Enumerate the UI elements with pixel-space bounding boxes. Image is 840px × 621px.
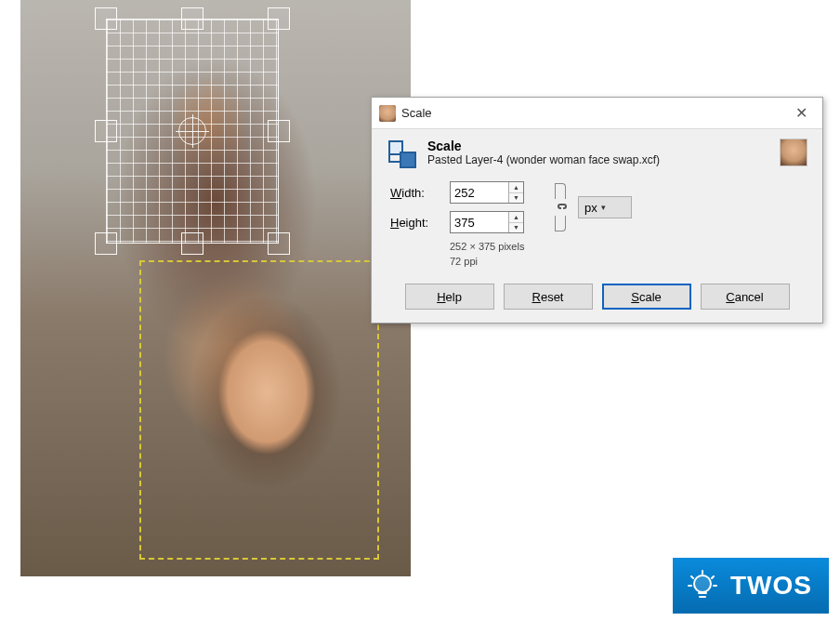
dialog-header-subtitle: Pasted Layer-4 (wonder woman face swap.x… [427, 153, 770, 166]
unit-dropdown[interactable]: px ▾ [578, 196, 632, 218]
height-input-wrapper: ▲ ▼ [450, 211, 524, 233]
handle-bottom-right[interactable] [268, 232, 290, 255]
handle-bottom-middle[interactable] [181, 232, 203, 255]
close-icon: ✕ [795, 104, 807, 122]
handle-bottom-left[interactable] [95, 232, 117, 255]
watermark-badge: TWOS [673, 558, 829, 614]
layer-boundary-dashed[interactable] [139, 260, 379, 560]
dialog-title: Scale [401, 106, 780, 120]
width-label: Width: [390, 186, 444, 200]
scale-dialog: Scale ✕ Scale Pasted Layer-4 (wonder wom… [371, 97, 823, 324]
pixel-dimensions-text: 252 × 375 pixels [450, 241, 643, 252]
layer-thumbnail [780, 139, 807, 166]
svg-point-0 [694, 575, 711, 592]
unit-dropdown-label: px [584, 201, 597, 215]
ppi-text: 72 ppi [450, 256, 643, 267]
handle-top-left[interactable] [95, 7, 117, 30]
handle-top-middle[interactable] [181, 7, 203, 30]
watermark-text: TWOS [730, 571, 812, 601]
scale-button[interactable]: Scale [602, 284, 691, 310]
image-canvas[interactable] [20, 0, 411, 576]
scale-transform-overlay[interactable] [106, 19, 279, 244]
width-input-wrapper: ▲ ▼ [450, 181, 524, 204]
width-increment-button[interactable]: ▲ [509, 182, 523, 193]
width-spinner-buttons: ▲ ▼ [508, 182, 523, 203]
dialog-header-title: Scale [427, 139, 770, 153]
height-decrement-button[interactable]: ▼ [509, 223, 523, 233]
aspect-lock-toggle[interactable] [552, 181, 572, 233]
dialog-body: Scale Pasted Layer-4 (wonder woman face … [372, 129, 822, 323]
height-increment-button[interactable]: ▲ [509, 212, 523, 223]
titlebar-app-icon [379, 105, 396, 122]
lightbulb-icon [684, 567, 721, 604]
dialog-header-texts: Scale Pasted Layer-4 (wonder woman face … [427, 139, 770, 166]
close-button[interactable]: ✕ [780, 98, 822, 129]
reset-button[interactable]: Reset [504, 284, 593, 310]
dialog-button-row: Help Reset Scale Cancel [387, 284, 807, 310]
dialog-titlebar[interactable]: Scale ✕ [372, 98, 822, 129]
height-spinner-buttons: ▲ ▼ [508, 212, 523, 232]
scale-tool-icon [387, 139, 418, 170]
height-label: Height: [390, 216, 444, 230]
help-button[interactable]: Help [405, 284, 494, 310]
dialog-header: Scale Pasted Layer-4 (wonder woman face … [387, 139, 807, 170]
cancel-button[interactable]: Cancel [701, 284, 790, 310]
transform-pivot-icon[interactable] [178, 117, 206, 145]
width-decrement-button[interactable]: ▼ [509, 193, 523, 204]
chain-link-icon [555, 200, 570, 215]
height-input[interactable] [451, 212, 508, 232]
width-input[interactable] [451, 182, 508, 203]
handle-middle-right[interactable] [268, 120, 290, 142]
scale-fields: Width: ▲ ▼ px ▾ Height: [390, 179, 807, 267]
handle-top-right[interactable] [268, 7, 290, 30]
handle-middle-left[interactable] [95, 120, 117, 142]
chevron-down-icon: ▾ [601, 203, 606, 212]
